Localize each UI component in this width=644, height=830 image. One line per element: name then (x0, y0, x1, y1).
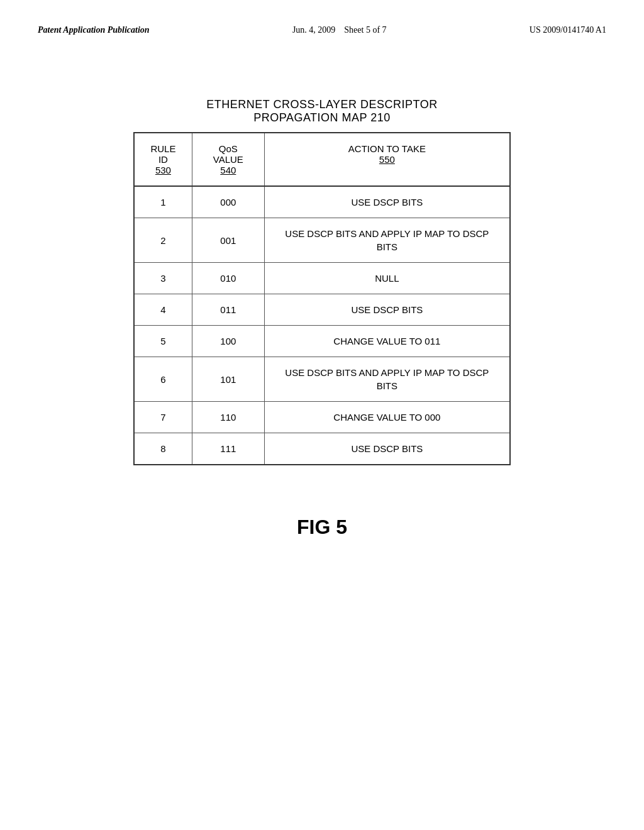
page: Patent Application Publication Jun. 4, 2… (0, 0, 644, 830)
sheet-info: Sheet 5 of 7 (344, 25, 386, 35)
cell-qos-value: 001 (192, 218, 264, 263)
table-row: 1000USE DSCP BITS (134, 186, 510, 218)
cell-qos-value: 101 (192, 357, 264, 402)
table-row: 6101USE DSCP BITS AND APPLY IP MAP TO DS… (134, 357, 510, 402)
table-title-line2: PROPAGATION MAP 210 (206, 111, 438, 124)
cell-action: CHANGE VALUE TO 011 (264, 326, 510, 357)
patent-number: US 2009/0141740 A1 (530, 25, 606, 35)
table-row: 3010NULL (134, 263, 510, 294)
cell-action: USE DSCP BITS (264, 433, 510, 465)
cell-qos-value: 111 (192, 433, 264, 465)
figure-label: FIG 5 (297, 516, 347, 539)
page-header: Patent Application Publication Jun. 4, 2… (38, 25, 606, 35)
table-header-row: RULE ID 530 QoS VALUE 540 ACTION TO TAKE… (134, 133, 510, 186)
header-center: Jun. 4, 2009 Sheet 5 of 7 (292, 25, 387, 35)
col-header-action: ACTION TO TAKE 550 (264, 133, 510, 186)
cell-rule-id: 7 (134, 402, 192, 433)
col-header-rule-id: RULE ID 530 (134, 133, 192, 186)
cell-rule-id: 1 (134, 186, 192, 218)
cell-action: USE DSCP BITS (264, 294, 510, 326)
cell-qos-value: 011 (192, 294, 264, 326)
cell-qos-value: 000 (192, 186, 264, 218)
table-row: 8111USE DSCP BITS (134, 433, 510, 465)
cell-action: USE DSCP BITS AND APPLY IP MAP TO DSCP B… (264, 357, 510, 402)
cell-rule-id: 8 (134, 433, 192, 465)
cell-rule-id: 3 (134, 263, 192, 294)
cell-action: NULL (264, 263, 510, 294)
cell-action: CHANGE VALUE TO 000 (264, 402, 510, 433)
table-row: 5100CHANGE VALUE TO 011 (134, 326, 510, 357)
cell-rule-id: 6 (134, 357, 192, 402)
cell-qos-value: 100 (192, 326, 264, 357)
table-row: 2001USE DSCP BITS AND APPLY IP MAP TO DS… (134, 218, 510, 263)
propagation-map-table: RULE ID 530 QoS VALUE 540 ACTION TO TAKE… (133, 132, 511, 465)
cell-qos-value: 010 (192, 263, 264, 294)
table-row: 7110CHANGE VALUE TO 000 (134, 402, 510, 433)
table-row: 4011USE DSCP BITS (134, 294, 510, 326)
main-content: ETHERNET CROSS-LAYER DESCRIPTOR PROPAGAT… (38, 73, 606, 805)
publication-date: Jun. 4, 2009 (292, 25, 335, 35)
cell-rule-id: 4 (134, 294, 192, 326)
cell-action: USE DSCP BITS (264, 186, 510, 218)
col-header-qos-value: QoS VALUE 540 (192, 133, 264, 186)
publication-label: Patent Application Publication (38, 25, 150, 35)
table-title: ETHERNET CROSS-LAYER DESCRIPTOR PROPAGAT… (206, 98, 438, 124)
cell-qos-value: 110 (192, 402, 264, 433)
cell-rule-id: 2 (134, 218, 192, 263)
cell-rule-id: 5 (134, 326, 192, 357)
table-title-line1: ETHERNET CROSS-LAYER DESCRIPTOR (206, 98, 438, 111)
cell-action: USE DSCP BITS AND APPLY IP MAP TO DSCP B… (264, 218, 510, 263)
